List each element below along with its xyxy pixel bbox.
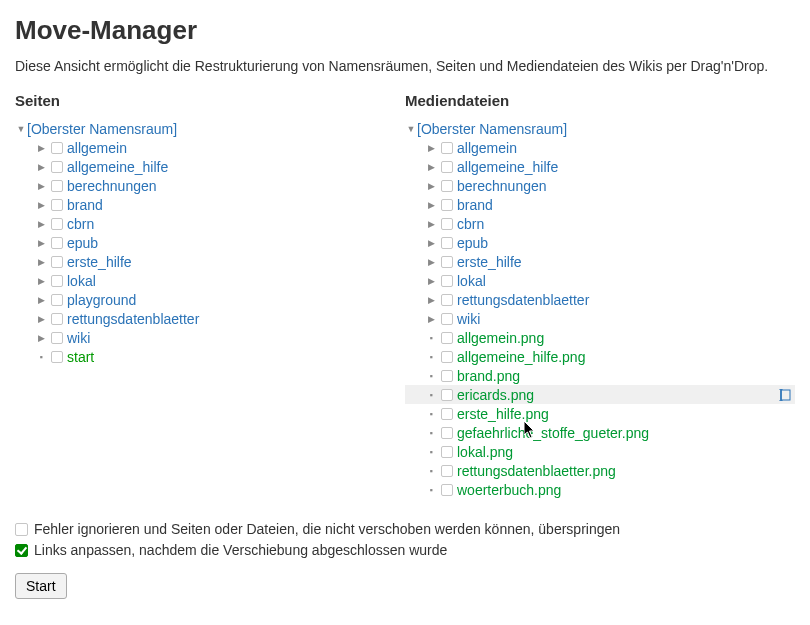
item-label[interactable]: lokal — [457, 273, 486, 289]
item-checkbox[interactable] — [441, 218, 453, 230]
expand-icon[interactable]: ▶ — [35, 162, 47, 172]
item-checkbox[interactable] — [441, 408, 453, 420]
expand-icon[interactable]: ▶ — [425, 181, 437, 191]
tree-item[interactable]: ▶allgemein — [405, 138, 795, 157]
collapse-icon[interactable]: ▼ — [405, 124, 417, 134]
root-label[interactable]: [Oberster Namensraum] — [27, 121, 177, 137]
tree-root[interactable]: ▼[Oberster Namensraum] — [15, 119, 405, 138]
item-checkbox[interactable] — [51, 351, 63, 363]
adjust-links-checkbox[interactable] — [15, 544, 28, 557]
tree-item[interactable]: ▪allgemeine_hilfe.png — [405, 347, 795, 366]
item-label[interactable]: brand — [457, 197, 493, 213]
item-checkbox[interactable] — [51, 313, 63, 325]
item-checkbox[interactable] — [441, 332, 453, 344]
item-label[interactable]: erste_hilfe.png — [457, 406, 549, 422]
tree-item[interactable]: ▶wiki — [405, 309, 795, 328]
item-label[interactable]: woerterbuch.png — [457, 482, 561, 498]
tree-item[interactable]: ▪lokal.png — [405, 442, 795, 461]
tree-item[interactable]: ▪allgemein.png — [405, 328, 795, 347]
tree-item[interactable]: ▪start — [15, 347, 405, 366]
rename-icon[interactable] — [777, 389, 791, 401]
expand-icon[interactable]: ▶ — [35, 219, 47, 229]
item-label[interactable]: cbrn — [67, 216, 94, 232]
start-button[interactable]: Start — [15, 573, 67, 599]
item-label[interactable]: cbrn — [457, 216, 484, 232]
expand-icon[interactable]: ▶ — [425, 200, 437, 210]
item-label[interactable]: allgemeine_hilfe — [67, 159, 168, 175]
expand-icon[interactable]: ▶ — [35, 257, 47, 267]
item-checkbox[interactable] — [441, 351, 453, 363]
item-label[interactable]: rettungsdatenblaetter.png — [457, 463, 616, 479]
tree-item[interactable]: ▪erste_hilfe.png — [405, 404, 795, 423]
tree-item[interactable]: ▶allgemeine_hilfe — [405, 157, 795, 176]
expand-icon[interactable]: ▶ — [35, 295, 47, 305]
tree-item[interactable]: ▪rettungsdatenblaetter.png — [405, 461, 795, 480]
item-checkbox[interactable] — [51, 161, 63, 173]
expand-icon[interactable]: ▶ — [425, 238, 437, 248]
item-checkbox[interactable] — [51, 332, 63, 344]
tree-item[interactable]: ▶berechnungen — [15, 176, 405, 195]
item-checkbox[interactable] — [441, 294, 453, 306]
item-label[interactable]: erste_hilfe — [67, 254, 132, 270]
item-checkbox[interactable] — [441, 389, 453, 401]
root-label[interactable]: [Oberster Namensraum] — [417, 121, 567, 137]
expand-icon[interactable]: ▶ — [35, 333, 47, 343]
tree-root[interactable]: ▼[Oberster Namensraum] — [405, 119, 795, 138]
item-checkbox[interactable] — [441, 484, 453, 496]
item-checkbox[interactable] — [441, 465, 453, 477]
expand-icon[interactable]: ▶ — [425, 257, 437, 267]
expand-icon[interactable]: ▶ — [425, 314, 437, 324]
tree-item[interactable]: ▶lokal — [15, 271, 405, 290]
item-checkbox[interactable] — [51, 294, 63, 306]
tree-item[interactable]: ▶playground — [15, 290, 405, 309]
expand-icon[interactable]: ▶ — [425, 219, 437, 229]
expand-icon[interactable]: ▶ — [35, 143, 47, 153]
tree-item[interactable]: ▶allgemeine_hilfe — [15, 157, 405, 176]
item-label[interactable]: lokal — [67, 273, 96, 289]
tree-item[interactable]: ▶brand — [405, 195, 795, 214]
skip-errors-checkbox[interactable] — [15, 523, 28, 536]
item-label[interactable]: start — [67, 349, 94, 365]
item-label[interactable]: rettungsdatenblaetter — [457, 292, 589, 308]
tree-item[interactable]: ▶berechnungen — [405, 176, 795, 195]
item-checkbox[interactable] — [441, 199, 453, 211]
item-checkbox[interactable] — [51, 180, 63, 192]
item-label[interactable]: lokal.png — [457, 444, 513, 460]
item-checkbox[interactable] — [441, 446, 453, 458]
item-checkbox[interactable] — [51, 237, 63, 249]
item-checkbox[interactable] — [51, 218, 63, 230]
item-checkbox[interactable] — [441, 237, 453, 249]
tree-item[interactable]: ▶cbrn — [15, 214, 405, 233]
item-label[interactable]: allgemeine_hilfe — [457, 159, 558, 175]
tree-item[interactable]: ▪woerterbuch.png — [405, 480, 795, 499]
item-checkbox[interactable] — [51, 256, 63, 268]
tree-item[interactable]: ▶epub — [405, 233, 795, 252]
item-label[interactable]: playground — [67, 292, 136, 308]
item-checkbox[interactable] — [441, 427, 453, 439]
item-label[interactable]: brand — [67, 197, 103, 213]
item-label[interactable]: gefaehrliche_stoffe_gueter.png — [457, 425, 649, 441]
tree-item[interactable]: ▶rettungsdatenblaetter — [15, 309, 405, 328]
item-checkbox[interactable] — [441, 313, 453, 325]
tree-item[interactable]: ▶epub — [15, 233, 405, 252]
item-checkbox[interactable] — [51, 275, 63, 287]
item-checkbox[interactable] — [441, 370, 453, 382]
item-label[interactable]: wiki — [457, 311, 480, 327]
expand-icon[interactable]: ▶ — [35, 200, 47, 210]
tree-item[interactable]: ▶rettungsdatenblaetter — [405, 290, 795, 309]
item-checkbox[interactable] — [441, 256, 453, 268]
expand-icon[interactable]: ▶ — [35, 276, 47, 286]
expand-icon[interactable]: ▶ — [35, 181, 47, 191]
item-checkbox[interactable] — [51, 142, 63, 154]
item-label[interactable]: allgemein.png — [457, 330, 544, 346]
collapse-icon[interactable]: ▼ — [15, 124, 27, 134]
tree-item[interactable]: ▶lokal — [405, 271, 795, 290]
item-label[interactable]: epub — [457, 235, 488, 251]
tree-item[interactable]: ▶allgemein — [15, 138, 405, 157]
expand-icon[interactable]: ▶ — [425, 276, 437, 286]
item-label[interactable]: allgemeine_hilfe.png — [457, 349, 585, 365]
tree-item[interactable]: ▶erste_hilfe — [405, 252, 795, 271]
tree-item[interactable]: ▶wiki — [15, 328, 405, 347]
item-label[interactable]: berechnungen — [457, 178, 547, 194]
item-checkbox[interactable] — [441, 142, 453, 154]
